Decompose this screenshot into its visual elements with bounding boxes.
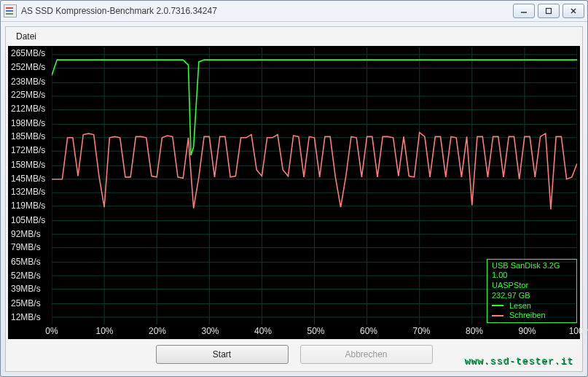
legend-box: USB SanDisk 3.2G 1.00 UASPStor 232,97 GB… <box>487 259 577 324</box>
legend-write: Schreiben <box>492 311 572 321</box>
x-tick-label: 70% <box>412 326 430 336</box>
minimize-button[interactable] <box>513 4 535 18</box>
y-tick-label: 92MB/s <box>8 229 53 239</box>
menubar: Datei <box>6 27 582 46</box>
x-tick-label: 0% <box>45 326 58 336</box>
y-tick-label: 198MB/s <box>8 118 53 128</box>
legend-write-swatch <box>492 315 503 316</box>
client-area: Datei 12MB/s25MB/s39MB/s52MB/s65MB/s79MB… <box>5 26 583 372</box>
y-tick-label: 12MB/s <box>8 312 53 322</box>
watermark: www.ssd-tester.it <box>464 356 573 367</box>
x-tick-label: 50% <box>307 326 324 336</box>
app-icon <box>4 4 17 18</box>
x-tick-label: 20% <box>149 326 166 336</box>
legend-driver: UASPStor <box>492 281 572 291</box>
legend-read-label: Lesen <box>509 301 531 311</box>
y-tick-label: 145MB/s <box>8 174 53 184</box>
close-button[interactable] <box>562 4 584 18</box>
app-window: AS SSD Kompression-Benchmark 2.0.7316.34… <box>0 0 588 377</box>
legend-read: Lesen <box>492 301 572 311</box>
svg-rect-1 <box>546 9 552 14</box>
y-tick-label: 105MB/s <box>8 215 53 225</box>
y-tick-label: 212MB/s <box>8 104 53 114</box>
y-tick-label: 252MB/s <box>8 62 53 72</box>
x-tick-label: 60% <box>360 326 377 336</box>
titlebar: AS SSD Kompression-Benchmark 2.0.7316.34… <box>1 1 587 22</box>
y-axis-labels: 12MB/s25MB/s39MB/s52MB/s65MB/s79MB/s92MB… <box>8 46 52 324</box>
y-tick-label: 185MB/s <box>8 131 53 141</box>
legend-firmware: 1.00 <box>492 271 572 281</box>
y-tick-label: 39MB/s <box>8 284 53 294</box>
window-title: AS SSD Kompression-Benchmark 2.0.7316.34… <box>21 6 513 16</box>
y-tick-label: 65MB/s <box>8 257 53 267</box>
maximize-button[interactable] <box>538 4 560 18</box>
start-button[interactable]: Start <box>156 345 289 364</box>
x-tick-label: 100% <box>569 326 588 336</box>
window-controls <box>513 4 584 18</box>
x-axis-labels: 0%10%20%30%40%50%60%70%80%90%100% <box>52 324 580 339</box>
x-tick-label: 80% <box>466 326 483 336</box>
legend-read-swatch <box>492 305 503 306</box>
button-bar: Start Abbrechen www.ssd-tester.it <box>6 339 582 371</box>
y-tick-label: 79MB/s <box>8 242 53 252</box>
legend-write-label: Schreiben <box>509 311 546 321</box>
menu-file[interactable]: Datei <box>13 30 39 43</box>
y-tick-label: 132MB/s <box>8 187 53 197</box>
x-tick-label: 10% <box>95 326 113 336</box>
legend-capacity: 232,97 GB <box>492 291 572 301</box>
y-tick-label: 238MB/s <box>8 77 53 87</box>
cancel-button: Abbrechen <box>300 345 433 364</box>
y-tick-label: 25MB/s <box>8 298 53 308</box>
chart-area: 12MB/s25MB/s39MB/s52MB/s65MB/s79MB/s92MB… <box>8 46 580 339</box>
y-tick-label: 265MB/s <box>8 48 53 58</box>
x-tick-label: 30% <box>201 326 219 336</box>
y-tick-label: 172MB/s <box>8 145 53 155</box>
y-tick-label: 52MB/s <box>8 271 53 281</box>
x-tick-label: 90% <box>518 326 536 336</box>
y-tick-label: 119MB/s <box>8 201 53 211</box>
x-tick-label: 40% <box>254 326 272 336</box>
y-tick-label: 225MB/s <box>8 90 53 100</box>
legend-device: USB SanDisk 3.2G <box>492 261 572 271</box>
y-tick-label: 158MB/s <box>8 160 53 170</box>
